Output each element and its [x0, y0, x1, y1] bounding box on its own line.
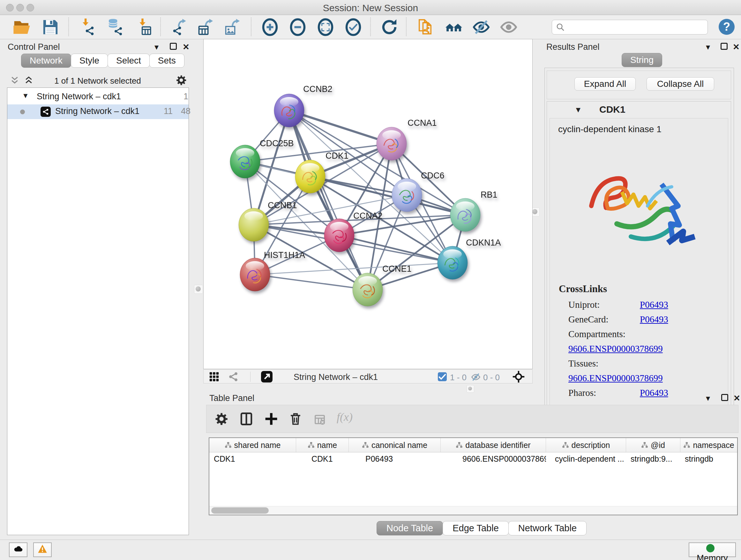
results-float-button[interactable] [721, 43, 728, 50]
export-network-button[interactable] [170, 17, 189, 37]
create-column-button[interactable] [265, 412, 278, 426]
tab-style[interactable]: Style [71, 54, 108, 68]
network-view-canvas[interactable]: CCNB2CCNA1CDC25BCDK1CDC6RB1CCNB1CCNA2CDK… [203, 39, 533, 369]
panel-menu-button[interactable]: ▾ [154, 43, 158, 51]
scrollbar-thumb[interactable] [211, 507, 269, 514]
horizontal-scrollbar[interactable] [209, 506, 737, 515]
cell-id[interactable]: stringdb:9... [626, 452, 680, 466]
panel-float-button[interactable] [170, 43, 177, 50]
column-header-namespace[interactable]: namespace [680, 438, 737, 452]
column-header-description[interactable]: description [546, 438, 626, 452]
tab-sets[interactable]: Sets [149, 54, 185, 68]
cloud-status-button[interactable] [9, 543, 27, 557]
collapse-all-button[interactable]: Collapse All [647, 77, 714, 91]
export-image-button[interactable] [223, 17, 242, 37]
column-header-canonical-name[interactable]: canonical name [349, 438, 441, 452]
network-options-gear-button[interactable] [176, 75, 187, 86]
clone-network-button[interactable] [415, 17, 434, 37]
show-columns-button[interactable] [240, 412, 253, 426]
network-edge[interactable] [289, 111, 367, 290]
expand-all-button[interactable]: Expand All [575, 77, 636, 91]
network-node-rb1[interactable]: RB1 [450, 190, 497, 232]
delete-column-button[interactable] [289, 412, 302, 426]
results-menu-button[interactable]: ▾ [706, 43, 710, 51]
column-label: database identifier [465, 441, 530, 450]
function-builder-button[interactable]: f(x) [337, 410, 353, 424]
fit-selected-button[interactable] [513, 371, 525, 383]
help-button[interactable]: ? [719, 19, 735, 35]
horizontal-splitter-handle[interactable] [467, 385, 474, 393]
cell-description[interactable]: cyclin-dependent ... [546, 452, 626, 466]
zoom-selected-button[interactable] [344, 17, 363, 37]
cell-database-identifier[interactable]: 9606.ENSP00000378699 [441, 452, 546, 466]
title-bar: Session: New Session [0, 0, 741, 15]
column-header-shared-name[interactable]: shared name [209, 438, 296, 452]
control-panel-title: Control Panel [8, 42, 60, 52]
table-options-gear-button[interactable] [215, 412, 228, 426]
crosslink-genecard[interactable]: P06493 [640, 314, 668, 324]
column-header-name[interactable]: name [296, 438, 349, 452]
tab-edge-table[interactable]: Edge Table [443, 521, 509, 536]
network-node-ccna1[interactable]: CCNA1 [377, 118, 437, 160]
cell-shared-name[interactable]: CDK1 [209, 452, 296, 466]
section-collapse-icon[interactable]: ▼ [575, 105, 582, 114]
node-label: CCNB2 [303, 84, 333, 94]
table-panel-menu-button[interactable]: ▾ [706, 394, 710, 402]
network-node-ccne1[interactable]: CCNE1 [353, 264, 412, 306]
import-table-button[interactable] [134, 17, 153, 37]
collection-expander-icon[interactable]: ▼ [22, 91, 29, 100]
crosslink-uniprot[interactable]: P06493 [640, 300, 668, 310]
network-node-cdkn1a[interactable]: CDKN1A [437, 238, 501, 279]
memory-button[interactable]: Memory [689, 543, 736, 557]
network-node-ccnb1[interactable]: CCNB1 [239, 200, 297, 241]
save-session-button[interactable] [41, 17, 60, 37]
open-in-new-window-button[interactable] [261, 371, 273, 382]
home-button[interactable] [444, 17, 463, 37]
birds-eye-view-button[interactable] [209, 371, 219, 382]
network-edge[interactable] [339, 235, 453, 263]
left-splitter-handle[interactable] [194, 285, 203, 294]
table-panel-close-button[interactable]: ✕ [733, 394, 740, 402]
cell-name[interactable]: CDK1 [296, 452, 349, 466]
results-close-button[interactable]: ✕ [733, 43, 740, 51]
import-network-button[interactable] [78, 17, 97, 37]
crosslink-tissues[interactable]: 9606.ENSP00000378699 [568, 373, 663, 383]
import-network-icon [78, 18, 96, 36]
show-all-button[interactable] [499, 17, 518, 37]
table-panel-float-button[interactable] [721, 394, 728, 401]
warnings-button[interactable] [33, 543, 52, 557]
tab-string[interactable]: String [622, 53, 662, 67]
tab-network-table[interactable]: Network Table [509, 521, 587, 536]
column-header-id[interactable]: @id [626, 438, 680, 452]
cell-canonical-name[interactable]: P06493 [349, 452, 441, 466]
network-node-ccna2[interactable]: CCNA2 [324, 211, 383, 252]
network-edge[interactable] [255, 274, 367, 290]
delete-table-button[interactable] [314, 414, 326, 425]
network-overview-button[interactable] [228, 371, 239, 382]
import-network-from-database-button[interactable] [105, 17, 125, 37]
network-graph[interactable]: CCNB2CCNA1CDC25BCDK1CDC6RB1CCNB1CCNA2CDK… [204, 39, 532, 369]
hide-selected-button[interactable] [472, 17, 491, 37]
selected-checkbox-icon[interactable] [438, 372, 447, 381]
export-table-button[interactable] [196, 17, 215, 37]
fit-content-button[interactable] [316, 17, 335, 37]
network-node-cdc25b[interactable]: CDC25B [230, 138, 294, 178]
refresh-button[interactable] [380, 17, 399, 37]
zoom-out-button[interactable] [288, 17, 307, 37]
cell-namespace[interactable]: stringdb [680, 452, 737, 466]
tab-node-table[interactable]: Node Table [377, 521, 443, 536]
open-session-button[interactable] [12, 17, 31, 37]
tab-select[interactable]: Select [108, 54, 150, 68]
tab-network[interactable]: Network [21, 54, 71, 68]
zoom-in-button[interactable] [260, 17, 280, 37]
network-collection-row[interactable]: ▼ String Network – cdk1 1 [7, 90, 189, 105]
crosslink-compartments[interactable]: 9606.ENSP00000378699 [568, 344, 663, 354]
network-row-selected[interactable]: String Network – cdk1 11 48 [7, 105, 189, 119]
search-input[interactable] [569, 21, 704, 33]
network-node-hist1h1a[interactable]: HIST1H1A [240, 250, 305, 291]
crosslink-label: Compartments: [568, 327, 640, 341]
table-row[interactable]: CDK1 CDK1 P06493 9606.ENSP00000378699 cy… [209, 452, 737, 466]
panel-close-button[interactable]: ✕ [183, 43, 190, 51]
network-edge[interactable] [289, 111, 392, 144]
column-header-database-identifier[interactable]: database identifier [441, 438, 546, 452]
